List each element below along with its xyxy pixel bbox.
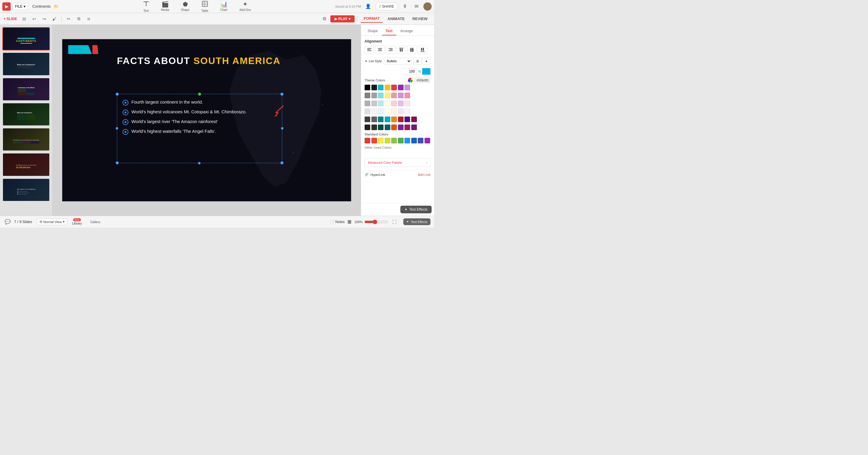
chat-icon-btn[interactable]: 💬: [4, 218, 12, 226]
std-color-9[interactable]: [418, 138, 423, 143]
redo-btn[interactable]: ↪: [40, 15, 49, 23]
slide-label[interactable]: + SLIDE: [4, 17, 17, 21]
hex-value[interactable]: #00b0f0: [414, 77, 430, 83]
color-near-black[interactable]: [365, 125, 370, 130]
color-light-purple[interactable]: [404, 85, 410, 90]
color-violet[interactable]: [398, 125, 404, 130]
align-center-btn[interactable]: [375, 46, 385, 54]
handle-top-left[interactable]: [116, 93, 119, 96]
align-top-btn[interactable]: [397, 46, 406, 54]
color-light-yellow[interactable]: [385, 93, 390, 98]
std-color-1[interactable]: [365, 138, 370, 143]
color-med-dark-gray[interactable]: [371, 117, 377, 122]
view-button[interactable]: ⊟ Normal View ▾: [37, 218, 67, 225]
color-cream[interactable]: [385, 101, 390, 106]
cut-btn[interactable]: ✂: [65, 15, 73, 23]
tool-media[interactable]: 🎬 Media: [159, 0, 172, 13]
zoom-slider[interactable]: [364, 220, 388, 224]
color-forest[interactable]: [378, 125, 383, 130]
std-color-6[interactable]: [398, 138, 404, 143]
color-light-red[interactable]: [391, 93, 397, 98]
tab-arrange[interactable]: Arrange: [397, 27, 416, 35]
color-dark-gray[interactable]: [365, 117, 370, 122]
color-light-cyan[interactable]: [378, 93, 383, 98]
handle-top-center[interactable]: [198, 93, 201, 96]
align-bottom-btn[interactable]: [418, 46, 427, 54]
bottom-text-effects-btn[interactable]: ✦ Text Effects: [403, 218, 430, 225]
settings-btn[interactable]: ⚙: [320, 15, 329, 23]
rainbow-icon[interactable]: [408, 78, 413, 83]
handle-bot-left[interactable]: [116, 161, 119, 164]
tool-text[interactable]: Text: [141, 0, 152, 13]
color-lighter-gray[interactable]: [365, 108, 370, 114]
tool-chart[interactable]: 📊 Chart: [218, 0, 230, 13]
table-icon-btn[interactable]: ⊞: [347, 219, 351, 225]
color-pale-purple[interactable]: [398, 101, 404, 106]
list-icon-btn-1[interactable]: ☰: [413, 58, 422, 65]
handle-bot-right[interactable]: [280, 161, 283, 164]
align-left-btn[interactable]: [365, 46, 374, 54]
color-peach[interactable]: [391, 108, 397, 114]
color-cyan[interactable]: [378, 85, 383, 90]
voice-icon[interactable]: 🎙: [401, 2, 409, 11]
align-middle-btn[interactable]: [407, 46, 416, 54]
color-burnt-orange[interactable]: [391, 125, 397, 130]
color-lilac[interactable]: [398, 108, 404, 114]
color-dark[interactable]: [371, 85, 377, 90]
slide-thumb-1[interactable]: 1 CONTINENTS: [2, 27, 50, 51]
review-tab[interactable]: REVIEW: [409, 15, 430, 23]
paint-btn[interactable]: 🖌: [50, 15, 58, 23]
color-maroon[interactable]: [411, 117, 417, 122]
paste-btn[interactable]: ⧈: [85, 15, 93, 23]
color-dark-cyan[interactable]: [385, 117, 390, 122]
color-pink[interactable]: [404, 93, 410, 98]
color-purple[interactable]: [398, 85, 404, 90]
std-color-3[interactable]: [378, 138, 383, 143]
color-blush[interactable]: [391, 101, 397, 106]
color-light-gray[interactable]: [365, 101, 370, 106]
animate-tab[interactable]: ANIMATE: [384, 15, 407, 23]
slide-canvas[interactable]: FACTS ABOUT SOUTH AMERICA Fourth largest…: [62, 39, 351, 201]
color-swatch[interactable]: [422, 68, 430, 75]
slide-thumb-2[interactable]: 2 What are Continents?: [2, 52, 50, 75]
color-dark-purple[interactable]: [404, 117, 410, 122]
handle-mid-right[interactable]: [281, 127, 283, 130]
gallery-btn[interactable]: Gallery: [90, 220, 101, 224]
std-color-8[interactable]: [411, 138, 417, 143]
color-red[interactable]: [391, 85, 397, 90]
grid-view-btn[interactable]: ⊟: [20, 15, 28, 23]
std-color-7[interactable]: [404, 138, 410, 143]
slide-thumb-7[interactable]: 7 FACTS ABOUT SOUTH AMERICA: [2, 178, 50, 201]
slide-thumb-4[interactable]: 4 What are Continents?: [2, 103, 50, 126]
share-button[interactable]: ⤴ SHARE: [375, 3, 398, 10]
handle-bot-center[interactable]: [198, 162, 200, 164]
color-gray[interactable]: [365, 93, 370, 98]
color-silver[interactable]: [371, 101, 377, 106]
color-black[interactable]: [365, 85, 370, 90]
color-lavender[interactable]: [398, 93, 404, 98]
std-color-4[interactable]: [385, 138, 390, 143]
list-style-select[interactable]: Bullets Numbered None: [384, 58, 411, 65]
tool-addons[interactable]: ✦ Add-Ons: [237, 0, 253, 13]
std-color-5[interactable]: [391, 138, 397, 143]
tool-shape[interactable]: ⬟ Shape: [179, 0, 192, 13]
text-selection-box[interactable]: Fourth largest continent in the world. W…: [117, 94, 282, 163]
color-pale-cyan[interactable]: [378, 101, 383, 106]
color-ivory[interactable]: [385, 108, 390, 114]
text-effects-button[interactable]: ✦ Text Effects: [400, 206, 432, 213]
std-color-10[interactable]: [425, 138, 430, 143]
align-right-btn[interactable]: [386, 46, 395, 54]
handle-mid-left[interactable]: [116, 127, 118, 130]
user-avatar[interactable]: [423, 2, 432, 11]
slide-thumb-5[interactable]: 5 North America is surrounded by four ma…: [2, 128, 50, 151]
color-nearly-white[interactable]: [371, 108, 377, 114]
color-pale-pink[interactable]: [404, 101, 410, 106]
color-dark-teal[interactable]: [385, 125, 390, 130]
notes-button[interactable]: 📄 Notes: [330, 220, 345, 224]
color-dark2[interactable]: [371, 125, 377, 130]
color-dark-violet[interactable]: [411, 125, 417, 130]
copy-btn[interactable]: ⧉: [75, 15, 83, 23]
undo-btn[interactable]: ↩: [30, 15, 38, 23]
notifications-icon[interactable]: ✉: [412, 2, 421, 11]
file-button[interactable]: FILE ▾: [12, 3, 28, 10]
